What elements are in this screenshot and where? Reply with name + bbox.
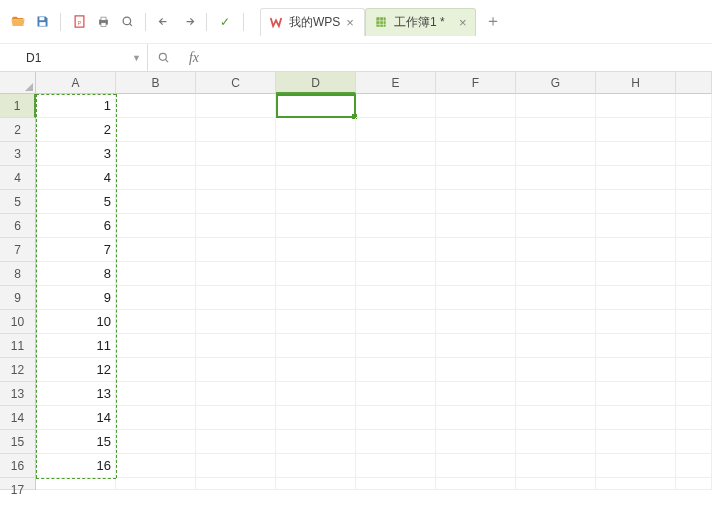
column-header[interactable]: C: [196, 72, 276, 94]
cell[interactable]: 10: [36, 310, 116, 334]
export-pdf-icon[interactable]: P: [69, 12, 89, 32]
cell[interactable]: [196, 310, 276, 334]
cell[interactable]: [596, 118, 676, 142]
cell[interactable]: [196, 334, 276, 358]
cell[interactable]: 3: [36, 142, 116, 166]
cell[interactable]: [116, 118, 196, 142]
cell[interactable]: [356, 238, 436, 262]
row-header[interactable]: 15: [0, 430, 36, 454]
cell[interactable]: [116, 94, 196, 118]
cell[interactable]: [356, 358, 436, 382]
cell[interactable]: [116, 334, 196, 358]
cell[interactable]: [436, 166, 516, 190]
row-header[interactable]: 8: [0, 262, 36, 286]
cell[interactable]: [436, 190, 516, 214]
cell[interactable]: [356, 118, 436, 142]
cell[interactable]: [116, 478, 196, 490]
row-header[interactable]: 5: [0, 190, 36, 214]
save-icon[interactable]: [32, 12, 52, 32]
cell[interactable]: [356, 382, 436, 406]
cell[interactable]: [676, 94, 712, 118]
cell[interactable]: [676, 358, 712, 382]
zoom-icon[interactable]: [156, 50, 172, 66]
cell[interactable]: [676, 262, 712, 286]
cell[interactable]: 13: [36, 382, 116, 406]
cell[interactable]: [276, 142, 356, 166]
cell[interactable]: [596, 142, 676, 166]
cell[interactable]: [116, 142, 196, 166]
column-header[interactable]: A: [36, 72, 116, 94]
cell[interactable]: [356, 310, 436, 334]
cell[interactable]: [276, 238, 356, 262]
cell[interactable]: [196, 262, 276, 286]
cell[interactable]: [196, 94, 276, 118]
cell[interactable]: [276, 454, 356, 478]
cell[interactable]: [516, 406, 596, 430]
cell[interactable]: [196, 142, 276, 166]
cell[interactable]: [676, 190, 712, 214]
cell[interactable]: [436, 454, 516, 478]
cell[interactable]: 7: [36, 238, 116, 262]
column-header[interactable]: G: [516, 72, 596, 94]
cell[interactable]: [116, 166, 196, 190]
cell[interactable]: [196, 166, 276, 190]
row-header[interactable]: 6: [0, 214, 36, 238]
column-header[interactable]: F: [436, 72, 516, 94]
cell[interactable]: [676, 166, 712, 190]
cell[interactable]: [356, 262, 436, 286]
close-icon[interactable]: ×: [346, 15, 354, 30]
print-preview-icon[interactable]: [117, 12, 137, 32]
cell[interactable]: 12: [36, 358, 116, 382]
cell[interactable]: [196, 286, 276, 310]
cell[interactable]: [596, 94, 676, 118]
cell[interactable]: [516, 262, 596, 286]
cell[interactable]: [356, 142, 436, 166]
cell[interactable]: [116, 454, 196, 478]
cell[interactable]: [516, 214, 596, 238]
cell[interactable]: 2: [36, 118, 116, 142]
cell[interactable]: [196, 238, 276, 262]
cell[interactable]: [116, 190, 196, 214]
cell[interactable]: [116, 382, 196, 406]
cell[interactable]: [676, 406, 712, 430]
cell[interactable]: [516, 430, 596, 454]
cell[interactable]: [276, 382, 356, 406]
cell[interactable]: [436, 262, 516, 286]
cell[interactable]: [436, 286, 516, 310]
cell[interactable]: [436, 142, 516, 166]
cell[interactable]: [596, 190, 676, 214]
cell[interactable]: [116, 358, 196, 382]
cell[interactable]: [596, 454, 676, 478]
cell[interactable]: 9: [36, 286, 116, 310]
cell[interactable]: [196, 190, 276, 214]
cell[interactable]: [276, 334, 356, 358]
column-header[interactable]: H: [596, 72, 676, 94]
cell[interactable]: [436, 238, 516, 262]
cell[interactable]: [516, 94, 596, 118]
cell[interactable]: [436, 310, 516, 334]
new-tab-button[interactable]: ＋: [482, 11, 504, 33]
cell[interactable]: [676, 238, 712, 262]
cell[interactable]: [356, 478, 436, 490]
cell[interactable]: [356, 94, 436, 118]
cell[interactable]: 16: [36, 454, 116, 478]
cell[interactable]: [356, 166, 436, 190]
row-header[interactable]: 9: [0, 286, 36, 310]
cell[interactable]: [516, 118, 596, 142]
cell[interactable]: [516, 334, 596, 358]
row-header[interactable]: 10: [0, 310, 36, 334]
cell[interactable]: [36, 478, 116, 490]
check-icon[interactable]: ✓: [215, 12, 235, 32]
cell[interactable]: [356, 214, 436, 238]
redo-icon[interactable]: [178, 12, 198, 32]
cell[interactable]: [516, 142, 596, 166]
cell[interactable]: [356, 190, 436, 214]
print-icon[interactable]: [93, 12, 113, 32]
cell[interactable]: [596, 310, 676, 334]
cell[interactable]: [276, 286, 356, 310]
cell[interactable]: [596, 262, 676, 286]
cell[interactable]: [596, 166, 676, 190]
cell[interactable]: [676, 142, 712, 166]
name-box-input[interactable]: [8, 51, 108, 65]
cell[interactable]: [196, 478, 276, 490]
